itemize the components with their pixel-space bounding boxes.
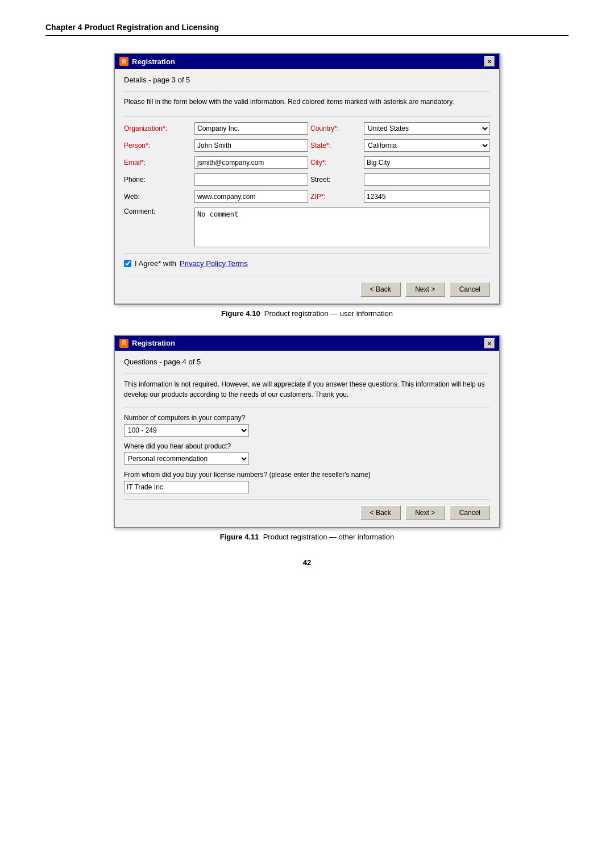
web-input[interactable] bbox=[194, 190, 308, 203]
cancel-button-1[interactable]: Cancel bbox=[450, 282, 490, 297]
zip-input[interactable] bbox=[364, 190, 490, 203]
q1-select[interactable]: 1 - 9 10 - 49 50 - 99 100 - 249 250+ bbox=[124, 424, 249, 437]
country-select[interactable]: United States bbox=[364, 122, 490, 135]
back-button-1[interactable]: < Back bbox=[360, 282, 401, 297]
questions-instruction: This information is not required. Howeve… bbox=[124, 379, 490, 400]
next-button-1[interactable]: Next > bbox=[405, 282, 445, 297]
state-label: State*: bbox=[310, 142, 362, 149]
org-input[interactable] bbox=[194, 122, 308, 135]
titlebar-left-2: R Registration bbox=[119, 339, 175, 348]
figure-4-11-caption: Figure 4.11 Product registration — other… bbox=[220, 533, 394, 541]
figure-4-10-block: R Registration × Details - page 3 of 5 P… bbox=[45, 53, 569, 318]
figure-4-11-block: R Registration × Questions - page 4 of 5… bbox=[45, 335, 569, 541]
dialog-title-2: Registration bbox=[132, 339, 175, 347]
state-select[interactable]: California bbox=[364, 139, 490, 152]
dialog-subtitle-1: Details - page 3 of 5 bbox=[124, 76, 490, 84]
form-row-4: Phone: Street: bbox=[124, 173, 490, 186]
agree-checkbox-row: I Agree* with Privacy Policy Terms bbox=[124, 259, 490, 268]
title-icon: R bbox=[119, 57, 128, 66]
phone-input[interactable] bbox=[194, 173, 308, 186]
privacy-link[interactable]: Privacy Policy Terms bbox=[180, 259, 248, 268]
dialog-titlebar-2: R Registration × bbox=[115, 336, 499, 351]
button-row-1: < Back Next > Cancel bbox=[124, 276, 490, 297]
dialog-instruction-1: Please fill in the form below with the v… bbox=[124, 97, 490, 107]
q2-label: Where did you hear about product? bbox=[124, 442, 490, 450]
web-label: Web: bbox=[124, 193, 192, 201]
dialog-title-1: Registration bbox=[132, 57, 175, 66]
page-number: 42 bbox=[45, 558, 569, 567]
registration-dialog-2: R Registration × Questions - page 4 of 5… bbox=[114, 335, 500, 528]
phone-label: Phone: bbox=[124, 176, 192, 184]
zip-label: ZIP*: bbox=[310, 193, 362, 201]
comment-label: Comment: bbox=[124, 207, 192, 215]
comment-textarea[interactable]: No comment bbox=[194, 207, 490, 247]
q2-select[interactable]: Personal recommendation Internet Magazin… bbox=[124, 452, 249, 465]
city-label: City*: bbox=[310, 159, 362, 167]
q1-label: Number of computers in your company? bbox=[124, 414, 490, 422]
dialog-titlebar-1: R Registration × bbox=[115, 54, 499, 69]
form-row-1: Organization*: Country*: United States bbox=[124, 122, 490, 135]
figure-4-10-caption: Figure 4.10 Figure 4.10 Product registra… bbox=[221, 309, 393, 318]
titlebar-left: R Registration bbox=[119, 57, 175, 66]
title-icon-2: R bbox=[119, 339, 128, 348]
registration-dialog-1: R Registration × Details - page 3 of 5 P… bbox=[114, 53, 500, 305]
dialog-body-2: Questions - page 4 of 5 This information… bbox=[115, 351, 499, 527]
next-button-2[interactable]: Next > bbox=[405, 505, 445, 520]
button-row-2: < Back Next > Cancel bbox=[124, 499, 490, 520]
dialog-body-1: Details - page 3 of 5 Please fill in the… bbox=[115, 69, 499, 304]
agree-checkbox[interactable] bbox=[124, 260, 131, 267]
agree-label: I Agree* with bbox=[135, 259, 176, 268]
q3-input[interactable] bbox=[124, 481, 249, 493]
close-button-2[interactable]: × bbox=[484, 338, 495, 348]
form-row-3: Email*: City*: bbox=[124, 156, 490, 169]
person-label: Person*: bbox=[124, 142, 192, 149]
street-input[interactable] bbox=[364, 173, 490, 186]
comment-row: Comment: No comment bbox=[124, 207, 490, 247]
country-label: Country*: bbox=[310, 124, 362, 132]
close-button-1[interactable]: × bbox=[484, 56, 495, 67]
org-label: Organization*: bbox=[124, 124, 192, 132]
form-row-5: Web: ZIP*: bbox=[124, 190, 490, 203]
cancel-button-2[interactable]: Cancel bbox=[450, 505, 490, 520]
street-label: Street: bbox=[310, 176, 362, 184]
form-row-2: Person*: State*: California bbox=[124, 139, 490, 152]
back-button-2[interactable]: < Back bbox=[360, 505, 401, 520]
email-input[interactable] bbox=[194, 156, 308, 169]
person-input[interactable] bbox=[194, 139, 308, 152]
q3-label: From whom did you buy your license numbe… bbox=[124, 471, 490, 479]
dialog-subtitle-2: Questions - page 4 of 5 bbox=[124, 358, 490, 366]
chapter-title: Chapter 4 Product Registration and Licen… bbox=[45, 23, 569, 36]
city-input[interactable] bbox=[364, 156, 490, 169]
email-label: Email*: bbox=[124, 159, 192, 167]
